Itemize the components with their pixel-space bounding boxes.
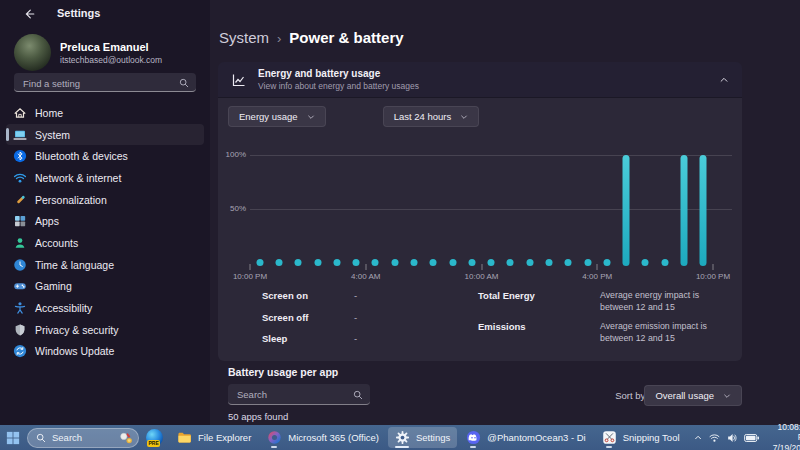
stats-column-right: Total EnergyAverage energy impact is bet… [478,290,734,355]
chart-filters: Energy usage Last 24 hours [228,106,479,127]
stat-row-sleep: Sleep- [262,333,478,344]
sidebar-item-accessibility[interactable]: Accessibility [6,297,204,319]
stat-value: - [354,290,357,301]
clock-time: 10:08:24 PM [767,422,800,443]
sidebar-item-label: Time & language [35,259,114,271]
discord-icon [466,430,481,445]
settings-search-box[interactable] [14,73,196,92]
system-icon [13,128,27,142]
sidebar-item-label: Bluetooth & devices [35,150,128,162]
personalization-icon [13,193,27,207]
app-search-input[interactable] [228,385,370,405]
accounts-icon [13,236,27,250]
stats-column-left: Screen on-Screen off-Sleep- [262,290,478,355]
snipping-tool-icon [602,430,617,445]
sidebar-item-apps[interactable]: Apps [6,210,204,232]
sidebar-item-accounts[interactable]: Accounts [6,232,204,254]
x-axis-tick [481,264,482,270]
taskbar-app-microsoft-365-office[interactable]: Microsoft 365 (Office) [260,427,386,448]
metric-dropdown[interactable]: Energy usage [228,106,326,127]
settings-search-input[interactable] [14,75,196,93]
search-icon [353,390,363,400]
stat-label: Screen off [262,312,354,323]
sidebar-nav: HomeSystemBluetooth & devicesNetwork & i… [0,102,210,362]
sidebar-item-system[interactable]: System [6,124,204,146]
taskbar-edge-preview[interactable]: PRE [146,429,163,446]
taskbar-clock[interactable]: 10:08:24 PM 7/19/2023 [767,422,800,450]
taskbar-app-settings[interactable]: Settings [388,427,457,448]
sidebar-item-windows-update[interactable]: Windows Update [6,341,204,363]
tray-chevron-up-icon[interactable] [694,433,702,442]
x-axis-tick [713,264,714,270]
user-profile[interactable]: Preluca Emanuel itstechbased@outlook.com [14,34,162,71]
taskbar-search-input[interactable] [52,432,113,443]
battery-icon[interactable] [744,433,759,443]
sidebar: Preluca Emanuel itstechbased@outlook.com… [0,28,210,425]
stat-value: - [354,312,357,323]
energy-chart-plot [250,155,713,262]
sidebar-item-personalization[interactable]: Personalization [6,189,204,211]
taskbar-search[interactable] [27,428,139,448]
taskbar-app-label: File Explorer [198,432,251,443]
taskbar-app-phantomocean3-di[interactable]: @PhantomOcean3 - Di [459,427,592,448]
sort-by-label: Sort by: [615,390,648,401]
windows-update-icon [13,344,27,358]
wifi-icon[interactable] [709,432,720,444]
sidebar-item-label: Gaming [35,280,72,292]
back-icon[interactable] [22,7,36,21]
sidebar-item-bluetooth-devices[interactable]: Bluetooth & devices [6,145,204,167]
file-explorer-icon [177,430,192,445]
chevron-down-icon [723,392,731,400]
chart-xticks: 10:00 PM4:00 AM10:00 AM4:00 PM10:00 PM [250,262,713,284]
breadcrumb-parent[interactable]: System [219,29,269,46]
range-dropdown[interactable]: Last 24 hours [383,106,480,127]
taskbar-app-snipping-tool[interactable]: Snipping Tool [595,427,687,448]
sidebar-item-label: Accessibility [35,302,92,314]
taskbar: PRE File ExplorerMicrosoft 365 (Office)S… [0,425,800,450]
chart-bar [623,155,630,266]
sidebar-item-label: Apps [35,215,59,227]
sidebar-item-home[interactable]: Home [6,102,204,124]
taskbar-app-label: Microsoft 365 (Office) [288,432,379,443]
chevron-up-icon[interactable] [719,75,729,85]
sidebar-item-label: Privacy & security [35,324,118,336]
stat-label: Screen on [262,290,354,301]
energy-card-subtitle: View info about energy and battery usage… [258,81,419,91]
sidebar-item-network-internet[interactable]: Network & internet [6,167,204,189]
chevron-down-icon [307,113,315,121]
energy-card-header[interactable]: Energy and battery usage View info about… [218,62,742,98]
chart-bar [681,155,688,266]
energy-stats: Screen on-Screen off-Sleep- Total Energy… [262,290,734,355]
energy-card-body: Energy usage Last 24 hours 100% 50% 10:0… [218,98,742,361]
windows-logo-icon [6,431,20,445]
x-axis-tick [597,264,598,270]
sort-dropdown[interactable]: Overall usage [644,385,742,406]
x-axis-label: 10:00 AM [465,272,499,281]
x-axis-label: 10:00 PM [696,272,730,281]
start-button[interactable] [6,427,20,448]
stat-row-screen-on: Screen on- [262,290,478,301]
gaming-icon [13,279,27,293]
edge-preview-badge: PRE [147,440,160,447]
breadcrumb-separator: › [277,31,281,46]
taskbar-app-label: @PhantomOcean3 - Di [487,432,585,443]
time-language-icon [13,258,27,272]
taskbar-apps: File ExplorerMicrosoft 365 (Office)Setti… [170,427,687,448]
volume-icon[interactable] [727,432,738,444]
sidebar-item-time-language[interactable]: Time & language [6,254,204,276]
sidebar-item-gaming[interactable]: Gaming [6,276,204,298]
clock-date: 7/19/2023 [767,443,800,450]
microsoft-365-icon [267,430,282,445]
sidebar-item-label: Accounts [35,237,78,249]
bluetooth-icon [13,149,27,163]
apps-icon [13,214,27,228]
sidebar-item-privacy-security[interactable]: Privacy & security [6,319,204,341]
taskbar-app-file-explorer[interactable]: File Explorer [170,427,258,448]
privacy-security-icon [13,323,27,337]
range-dropdown-value: Last 24 hours [394,111,452,122]
running-indicator [395,446,409,449]
chevron-down-icon [460,113,468,121]
stat-label: Emissions [478,321,600,345]
running-indicator [470,446,476,449]
app-search-box[interactable] [228,384,370,405]
